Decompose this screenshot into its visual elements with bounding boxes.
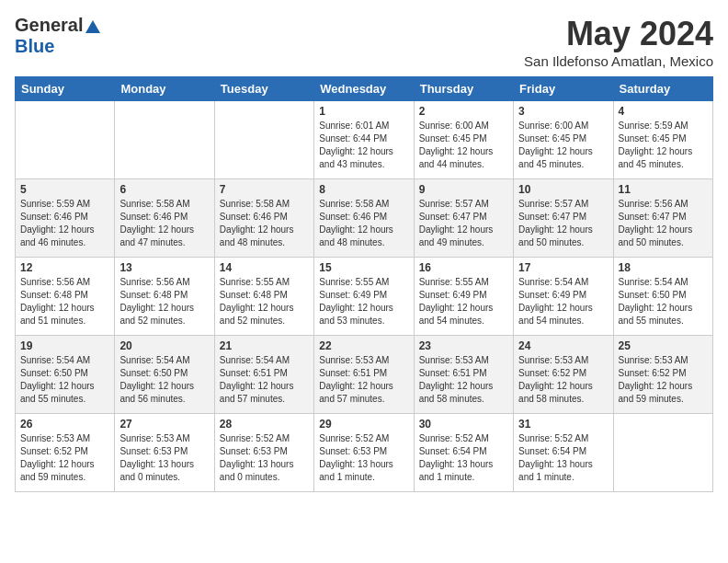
day-info: Sunrise: 5:53 AM Sunset: 6:51 PM Dayligh… — [319, 354, 408, 406]
day-info: Sunrise: 6:00 AM Sunset: 6:45 PM Dayligh… — [419, 120, 508, 171]
day-header-sunday: Sunday — [16, 77, 115, 101]
day-info: Sunrise: 5:59 AM Sunset: 6:45 PM Dayligh… — [619, 120, 708, 171]
day-info: Sunrise: 5:57 AM Sunset: 6:47 PM Dayligh… — [518, 198, 608, 249]
calendar-day-23: 23Sunrise: 5:53 AM Sunset: 6:51 PM Dayli… — [414, 336, 513, 414]
calendar-day-14: 14Sunrise: 5:55 AM Sunset: 6:48 PM Dayli… — [214, 258, 313, 336]
day-info: Sunrise: 6:00 AM Sunset: 6:45 PM Dayligh… — [518, 120, 608, 171]
day-info: Sunrise: 5:52 AM Sunset: 6:54 PM Dayligh… — [518, 432, 608, 484]
day-number: 25 — [619, 339, 708, 352]
day-number: 27 — [119, 418, 209, 431]
day-header-thursday: Thursday — [414, 77, 513, 101]
day-number: 10 — [518, 183, 608, 196]
calendar-week-row: 1Sunrise: 6:01 AM Sunset: 6:44 PM Daylig… — [16, 101, 713, 179]
calendar-day-19: 19Sunrise: 5:54 AM Sunset: 6:50 PM Dayli… — [16, 336, 115, 414]
day-info: Sunrise: 5:58 AM Sunset: 6:46 PM Dayligh… — [119, 198, 209, 249]
calendar-day-25: 25Sunrise: 5:53 AM Sunset: 6:52 PM Dayli… — [613, 336, 712, 414]
logo-blue-text: Blue — [15, 36, 54, 56]
logo: General Blue — [15, 15, 101, 57]
calendar-day-15: 15Sunrise: 5:55 AM Sunset: 6:49 PM Dayli… — [314, 258, 414, 336]
calendar-day-2: 2Sunrise: 6:00 AM Sunset: 6:45 PM Daylig… — [414, 101, 513, 179]
calendar-day-26: 26Sunrise: 5:53 AM Sunset: 6:52 PM Dayli… — [16, 414, 115, 492]
calendar-empty-cell — [16, 101, 115, 179]
day-number: 18 — [619, 261, 708, 274]
day-number: 20 — [119, 339, 209, 352]
calendar-day-17: 17Sunrise: 5:54 AM Sunset: 6:49 PM Dayli… — [514, 258, 613, 336]
day-info: Sunrise: 5:56 AM Sunset: 6:47 PM Dayligh… — [619, 198, 708, 249]
day-header-wednesday: Wednesday — [314, 77, 414, 101]
day-number: 15 — [319, 261, 408, 274]
logo-icon — [85, 18, 101, 35]
calendar-day-7: 7Sunrise: 5:58 AM Sunset: 6:46 PM Daylig… — [214, 179, 313, 258]
calendar-day-8: 8Sunrise: 5:58 AM Sunset: 6:46 PM Daylig… — [314, 179, 414, 258]
day-info: Sunrise: 5:55 AM Sunset: 6:48 PM Dayligh… — [220, 276, 309, 327]
day-number: 9 — [419, 183, 508, 196]
calendar-empty-cell — [613, 414, 712, 492]
calendar-day-21: 21Sunrise: 5:54 AM Sunset: 6:51 PM Dayli… — [214, 336, 313, 414]
day-header-friday: Friday — [514, 77, 613, 101]
calendar-day-12: 12Sunrise: 5:56 AM Sunset: 6:48 PM Dayli… — [16, 258, 115, 336]
svg-marker-0 — [85, 20, 100, 33]
day-info: Sunrise: 5:53 AM Sunset: 6:52 PM Dayligh… — [518, 354, 608, 406]
day-number: 29 — [319, 418, 408, 431]
day-header-monday: Monday — [115, 77, 214, 101]
day-number: 28 — [220, 418, 309, 431]
day-info: Sunrise: 5:55 AM Sunset: 6:49 PM Dayligh… — [319, 276, 408, 327]
calendar-day-16: 16Sunrise: 5:55 AM Sunset: 6:49 PM Dayli… — [414, 258, 513, 336]
day-number: 24 — [518, 339, 608, 352]
day-number: 19 — [20, 339, 109, 352]
day-number: 4 — [619, 105, 708, 118]
calendar-week-row: 12Sunrise: 5:56 AM Sunset: 6:48 PM Dayli… — [16, 258, 713, 336]
day-info: Sunrise: 5:53 AM Sunset: 6:52 PM Dayligh… — [20, 432, 109, 484]
logo-general-text: General — [15, 15, 83, 36]
title-area: May 2024 San Ildefonso Amatlan, Mexico — [524, 15, 713, 69]
day-number: 3 — [518, 105, 608, 118]
day-number: 2 — [419, 105, 508, 118]
day-info: Sunrise: 5:52 AM Sunset: 6:53 PM Dayligh… — [319, 432, 408, 484]
day-header-saturday: Saturday — [613, 77, 712, 101]
day-info: Sunrise: 6:01 AM Sunset: 6:44 PM Dayligh… — [319, 120, 408, 171]
day-number: 31 — [518, 418, 608, 431]
calendar-empty-cell — [115, 101, 214, 179]
day-info: Sunrise: 5:53 AM Sunset: 6:53 PM Dayligh… — [119, 432, 209, 484]
calendar-day-1: 1Sunrise: 6:01 AM Sunset: 6:44 PM Daylig… — [314, 101, 414, 179]
day-number: 22 — [319, 339, 408, 352]
calendar-header-row: SundayMondayTuesdayWednesdayThursdayFrid… — [16, 77, 713, 101]
calendar-week-row: 5Sunrise: 5:59 AM Sunset: 6:46 PM Daylig… — [16, 179, 713, 258]
day-info: Sunrise: 5:58 AM Sunset: 6:46 PM Dayligh… — [220, 198, 309, 249]
location-title: San Ildefonso Amatlan, Mexico — [524, 53, 713, 69]
day-number: 7 — [220, 183, 309, 196]
day-info: Sunrise: 5:56 AM Sunset: 6:48 PM Dayligh… — [20, 276, 109, 327]
day-info: Sunrise: 5:57 AM Sunset: 6:47 PM Dayligh… — [419, 198, 508, 249]
day-info: Sunrise: 5:54 AM Sunset: 6:49 PM Dayligh… — [518, 276, 608, 327]
day-info: Sunrise: 5:54 AM Sunset: 6:50 PM Dayligh… — [119, 354, 209, 406]
header: General Blue May 2024 San Ildefonso Amat… — [15, 15, 713, 69]
day-number: 12 — [20, 261, 109, 274]
calendar-day-30: 30Sunrise: 5:52 AM Sunset: 6:54 PM Dayli… — [414, 414, 513, 492]
calendar-day-3: 3Sunrise: 6:00 AM Sunset: 6:45 PM Daylig… — [514, 101, 613, 179]
day-info: Sunrise: 5:52 AM Sunset: 6:54 PM Dayligh… — [419, 432, 508, 484]
month-title: May 2024 — [524, 15, 713, 53]
calendar-day-29: 29Sunrise: 5:52 AM Sunset: 6:53 PM Dayli… — [314, 414, 414, 492]
calendar-day-18: 18Sunrise: 5:54 AM Sunset: 6:50 PM Dayli… — [613, 258, 712, 336]
calendar-day-28: 28Sunrise: 5:52 AM Sunset: 6:53 PM Dayli… — [214, 414, 313, 492]
day-number: 16 — [419, 261, 508, 274]
calendar-week-row: 26Sunrise: 5:53 AM Sunset: 6:52 PM Dayli… — [16, 414, 713, 492]
calendar-day-9: 9Sunrise: 5:57 AM Sunset: 6:47 PM Daylig… — [414, 179, 513, 258]
calendar-day-4: 4Sunrise: 5:59 AM Sunset: 6:45 PM Daylig… — [613, 101, 712, 179]
calendar-day-20: 20Sunrise: 5:54 AM Sunset: 6:50 PM Dayli… — [115, 336, 214, 414]
day-info: Sunrise: 5:54 AM Sunset: 6:50 PM Dayligh… — [20, 354, 109, 406]
day-info: Sunrise: 5:56 AM Sunset: 6:48 PM Dayligh… — [119, 276, 209, 327]
day-info: Sunrise: 5:54 AM Sunset: 6:51 PM Dayligh… — [220, 354, 309, 406]
day-number: 14 — [220, 261, 309, 274]
day-number: 23 — [419, 339, 508, 352]
calendar-day-11: 11Sunrise: 5:56 AM Sunset: 6:47 PM Dayli… — [613, 179, 712, 258]
day-info: Sunrise: 5:53 AM Sunset: 6:51 PM Dayligh… — [419, 354, 508, 406]
day-number: 13 — [119, 261, 209, 274]
calendar-day-24: 24Sunrise: 5:53 AM Sunset: 6:52 PM Dayli… — [514, 336, 613, 414]
day-number: 1 — [319, 105, 408, 118]
day-number: 21 — [220, 339, 309, 352]
calendar-day-5: 5Sunrise: 5:59 AM Sunset: 6:46 PM Daylig… — [16, 179, 115, 258]
day-number: 30 — [419, 418, 508, 431]
calendar-day-6: 6Sunrise: 5:58 AM Sunset: 6:46 PM Daylig… — [115, 179, 214, 258]
day-info: Sunrise: 5:52 AM Sunset: 6:53 PM Dayligh… — [220, 432, 309, 484]
